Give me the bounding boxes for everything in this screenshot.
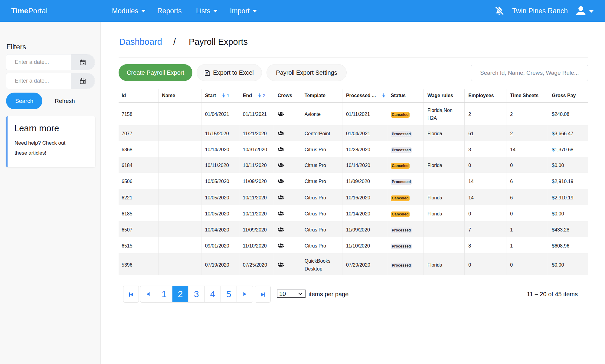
svg-text:x: x: [206, 71, 208, 75]
